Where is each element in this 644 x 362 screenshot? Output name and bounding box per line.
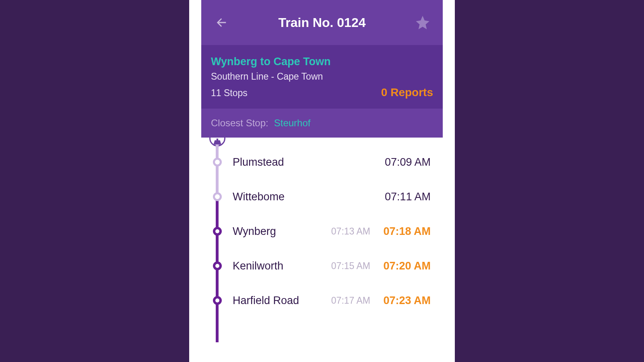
- stop-row[interactable]: Harfield Road 07:17 AM 07:23 AM: [201, 283, 443, 318]
- stop-row[interactable]: Wittebome 07:11 AM: [201, 179, 443, 214]
- app-screen: Train No. 0124 Wynberg to Cape Town Sout…: [201, 0, 443, 362]
- timeline-marker: [201, 179, 233, 214]
- stop-estimated-time: 07:20 AM: [378, 260, 431, 272]
- stop-circle-icon: [213, 158, 222, 167]
- route-title: Wynberg to Cape Town: [211, 56, 433, 68]
- stop-scheduled-time: 07:13 AM: [331, 226, 370, 237]
- stop-row[interactable]: Kenilworth 07:15 AM 07:20 AM: [201, 249, 443, 283]
- star-icon: [415, 14, 431, 31]
- stops-count: 11 Stops: [211, 88, 248, 99]
- stop-estimated-time: 07:18 AM: [378, 225, 431, 238]
- timeline-marker: [201, 145, 233, 179]
- stop-estimated-time: 07:23 AM: [378, 294, 431, 307]
- closest-stop-value[interactable]: Steurhof: [274, 117, 311, 129]
- stop-name: Kenilworth: [233, 260, 331, 272]
- stop-scheduled-time: 07:17 AM: [331, 295, 370, 306]
- page-title: Train No. 0124: [279, 15, 366, 30]
- line-name: Southern Line - Cape Town: [211, 71, 433, 82]
- stop-time: 07:09 AM: [378, 156, 431, 169]
- stop-circle-icon: [213, 261, 222, 270]
- stop-circle-icon: [213, 227, 222, 236]
- closest-stop-label: Closest Stop:: [211, 117, 268, 129]
- back-button[interactable]: [213, 14, 230, 31]
- stop-row[interactable]: Wynberg 07:13 AM 07:18 AM: [201, 214, 443, 249]
- stop-row[interactable]: Plumstead 07:09 AM: [201, 145, 443, 179]
- favorite-button[interactable]: [414, 14, 431, 31]
- stop-circle-icon: [213, 192, 222, 201]
- trip-summary: Wynberg to Cape Town Southern Line - Cap…: [201, 45, 443, 109]
- stop-name: Wittebome: [233, 191, 378, 203]
- stop-name: Plumstead: [233, 156, 378, 169]
- timeline-marker: [201, 214, 233, 249]
- reports-count[interactable]: 0 Reports: [381, 86, 433, 99]
- stop-scheduled-time: 07:15 AM: [331, 261, 370, 272]
- arrow-left-icon: [215, 16, 228, 29]
- timeline-marker: [201, 249, 233, 283]
- app-header: Train No. 0124: [201, 0, 443, 45]
- stop-name: Wynberg: [233, 225, 331, 238]
- timeline-marker: [201, 318, 233, 342]
- stop-row: [201, 318, 443, 342]
- summary-row: 11 Stops 0 Reports: [211, 86, 433, 99]
- stop-name: Harfield Road: [233, 294, 331, 307]
- phone-frame: Train No. 0124 Wynberg to Cape Town Sout…: [189, 0, 455, 362]
- timeline-marker: [201, 283, 233, 318]
- stop-time: 07:11 AM: [378, 191, 431, 203]
- stop-circle-icon: [213, 296, 222, 305]
- closest-stop-bar: Closest Stop: Steurhof: [201, 109, 443, 138]
- stops-list[interactable]: Plumstead 07:09 AM Wittebome 07:11 AM: [201, 138, 443, 362]
